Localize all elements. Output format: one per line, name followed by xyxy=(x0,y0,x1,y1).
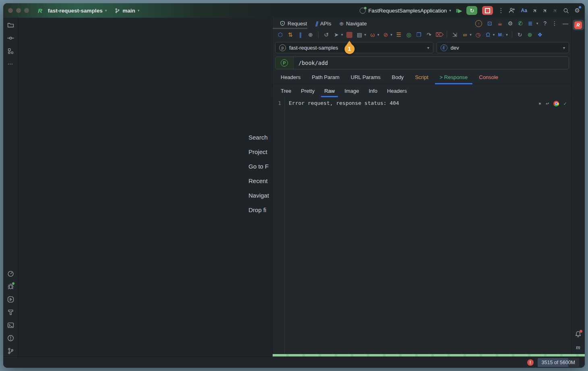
environment-config-icon[interactable]: ☰ xyxy=(395,31,402,38)
maven-stripe-button[interactable]: m xyxy=(576,344,580,351)
fast-request-stripe-button[interactable]: R xyxy=(573,20,584,30)
build-tool-icon[interactable] xyxy=(7,308,14,316)
close-window-icon[interactable] xyxy=(8,8,13,13)
rerun-button[interactable]: ↻ xyxy=(466,6,477,15)
run-configuration-widget[interactable]: FastRequestSamplesApplication ▾ xyxy=(360,8,451,14)
chevron-down-icon[interactable]: ▾ xyxy=(536,21,538,25)
terminal-tool-icon[interactable] xyxy=(7,321,14,329)
fr-toolkit-icon[interactable]: ⇅ xyxy=(287,31,294,38)
chevron-down-icon[interactable]: ▾ xyxy=(391,33,393,37)
version-control-tool-icon[interactable] xyxy=(7,347,14,354)
chevron-down-icon[interactable]: ▾ xyxy=(470,33,472,37)
tab-path-param[interactable]: Path Param xyxy=(306,70,345,84)
rocket-secondary-icon[interactable]: ✈ xyxy=(541,7,549,14)
tab-raw[interactable]: Raw xyxy=(319,84,340,97)
save-api-icon[interactable]: ▤ xyxy=(356,31,363,38)
tab-url-params[interactable]: URL Params xyxy=(345,70,386,84)
settings-gear-icon[interactable]: ⚙ xyxy=(508,20,513,27)
soft-wrap-icon[interactable]: ↩ xyxy=(546,100,549,106)
more-tool-windows-icon[interactable]: ⋯ xyxy=(7,60,14,67)
refresh-icon[interactable]: ↻ xyxy=(516,31,524,38)
tab-body[interactable]: Body xyxy=(386,70,410,84)
import-icon[interactable]: ⇲ xyxy=(451,31,458,38)
stop-button[interactable] xyxy=(482,6,493,15)
zoom-window-icon[interactable] xyxy=(24,8,29,13)
revert-icon[interactable]: ↷ xyxy=(425,31,433,38)
export-collection-icon[interactable]: ω xyxy=(369,31,376,38)
resume-program-icon[interactable]: ‖▶ xyxy=(456,8,462,14)
url-field[interactable]: /book/add xyxy=(294,60,333,66)
tab-tree[interactable]: Tree xyxy=(276,84,296,97)
chevron-down-icon[interactable]: ▾ xyxy=(377,33,379,37)
debug-tool-icon[interactable] xyxy=(7,283,14,290)
minimize-window-icon[interactable] xyxy=(16,8,21,13)
plugin-icon[interactable]: ❖ xyxy=(536,31,544,38)
markdown-icon[interactable]: M↓ xyxy=(497,31,505,38)
tab-pretty[interactable]: Pretty xyxy=(296,84,319,97)
tab-headers[interactable]: Headers xyxy=(275,70,306,84)
tab-request[interactable]: Request xyxy=(276,18,311,29)
window-controls[interactable] xyxy=(8,8,29,13)
services-tool-icon[interactable] xyxy=(7,296,14,303)
help-icon[interactable]: ? xyxy=(543,20,547,27)
structure-tool-icon[interactable] xyxy=(7,47,14,54)
error-notification-icon[interactable]: ! xyxy=(527,359,534,366)
layers-icon[interactable]: ≣ xyxy=(528,20,533,27)
search-apis-icon[interactable]: ↺ xyxy=(323,31,330,38)
coffee-donate-icon[interactable]: ☕ xyxy=(497,20,503,27)
project-tool-icon[interactable] xyxy=(7,21,14,29)
contact-icon[interactable]: ✆ xyxy=(518,20,523,27)
tab-response[interactable]: > Response xyxy=(434,70,474,84)
settings-button[interactable]: ⚙ xyxy=(575,7,580,14)
accept-icon[interactable]: ✓ xyxy=(563,100,567,106)
copy-link-icon[interactable]: ∞ xyxy=(461,31,468,38)
send-request-icon[interactable]: ➤ xyxy=(333,31,340,38)
project-widget[interactable]: fast-request-samples ▾ xyxy=(46,7,109,15)
branch-widget[interactable]: main ▾ xyxy=(112,7,142,15)
commit-tool-icon[interactable] xyxy=(7,34,14,42)
search-everywhere-icon[interactable] xyxy=(563,8,569,14)
chrome-icon[interactable] xyxy=(553,101,559,106)
tab-console[interactable]: Console xyxy=(473,70,504,84)
chevron-down-icon[interactable]: ▾ xyxy=(493,33,495,37)
fast-request-app-icon: R xyxy=(38,7,42,14)
chevron-down-icon[interactable]: ▾ xyxy=(364,33,366,37)
chevron-down-icon[interactable]: ▾ xyxy=(341,33,343,37)
tab-script[interactable]: Script xyxy=(409,70,434,84)
add-user-icon[interactable] xyxy=(509,7,515,14)
problems-tool-icon[interactable] xyxy=(7,334,14,342)
history-icon[interactable]: ◷ xyxy=(474,31,482,38)
more-actions-icon[interactable]: ⋮ xyxy=(498,7,504,14)
more-icon[interactable]: ⋮ xyxy=(552,20,557,27)
clear-cache-icon[interactable]: ⌦ xyxy=(435,31,443,38)
memory-indicator[interactable]: 3515 of 5600M xyxy=(538,358,579,367)
ai-wand-icon[interactable]: ✶ xyxy=(538,100,542,106)
endpoints-tool-icon[interactable] xyxy=(7,270,14,277)
translate-icon[interactable]: Aa xyxy=(521,8,527,13)
stop-request-icon[interactable] xyxy=(346,32,352,38)
hint-line: Drop fi xyxy=(248,203,269,217)
proxy-toggle-icon[interactable]: ⊘ xyxy=(382,31,389,38)
response-editor[interactable]: 1 Error request, response status: 404 ✶ … xyxy=(273,97,571,354)
method-segment[interactable]: P xyxy=(275,57,294,69)
fr-settings-icon[interactable]: ⬡ xyxy=(277,31,284,38)
tab-image[interactable]: Image xyxy=(340,84,364,97)
feedback-robot-icon[interactable]: ⊡ xyxy=(487,20,492,27)
tab-resp-headers[interactable]: Headers xyxy=(382,84,412,97)
rocket-primary-icon[interactable]: ✈ xyxy=(531,7,538,14)
locate-api-icon[interactable]: ◎ xyxy=(405,31,412,38)
tab-apis[interactable]: ∥ APIs xyxy=(311,18,335,29)
environment-selector[interactable]: E dev ▾ xyxy=(437,42,569,53)
tab-info[interactable]: Info xyxy=(364,84,382,97)
hide-icon[interactable]: — xyxy=(563,20,568,27)
upgrade-icon[interactable]: ↑ xyxy=(475,20,482,27)
github-icon[interactable]: Ω xyxy=(484,31,492,38)
connect-icon[interactable]: ⊛ xyxy=(526,31,534,38)
tab-navigate[interactable]: ⊕ Navigate xyxy=(335,18,371,29)
fr-apis-icon[interactable]: ∥ xyxy=(297,31,304,38)
duplicate-api-icon[interactable]: ❐ xyxy=(415,31,422,38)
notifications-button[interactable] xyxy=(575,331,582,339)
fr-navigate-icon[interactable]: ⊕ xyxy=(307,31,314,38)
request-tabs: Headers Path Param URL Params Body Scrip… xyxy=(273,70,571,84)
chevron-down-icon[interactable]: ▾ xyxy=(506,33,508,37)
